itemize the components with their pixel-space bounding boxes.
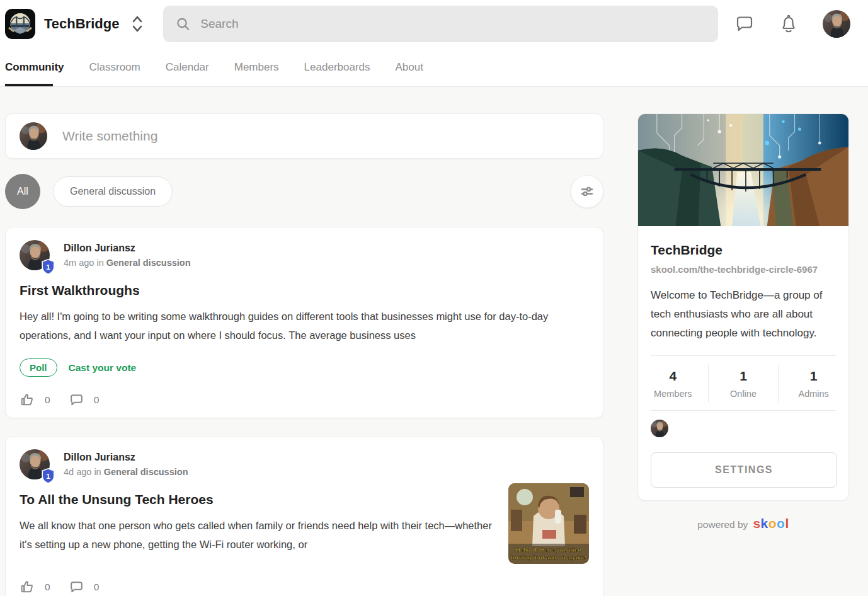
search-icon xyxy=(176,16,190,32)
community-stats: 4 Members 1 Online 1 Admins xyxy=(638,358,848,406)
admin-avatar[interactable] xyxy=(651,420,668,437)
community-info-card: TechBridge skool.com/the-techbridge-circ… xyxy=(637,113,849,501)
post-author[interactable]: Dillon Juriansz xyxy=(64,452,188,463)
thumbs-up-icon xyxy=(20,392,35,408)
tab-classroom[interactable]: Classroom xyxy=(89,61,140,86)
post-category[interactable]: General discussion xyxy=(104,467,188,477)
stat-admins: 1 Admins xyxy=(778,365,848,403)
filter-category-chip[interactable]: General discussion xyxy=(53,176,173,207)
search-input[interactable] xyxy=(200,17,705,31)
search-bar[interactable] xyxy=(163,6,718,42)
post-meta-connector: in xyxy=(94,467,101,477)
community-logo[interactable] xyxy=(5,9,35,39)
tab-members[interactable]: Members xyxy=(234,61,279,86)
post-composer[interactable]: Write something xyxy=(5,113,603,159)
settings-button[interactable]: SETTINGS xyxy=(651,452,837,488)
post-body: Hey all! I'm going to be writing some wa… xyxy=(20,307,589,345)
tab-community[interactable]: Community xyxy=(5,61,64,86)
user-avatar[interactable] xyxy=(823,10,850,38)
like-count: 0 xyxy=(45,582,50,593)
post-body: We all know that one person who gets cal… xyxy=(20,516,494,554)
top-bar: TechBridge xyxy=(0,0,868,48)
community-url[interactable]: skool.com/the-techbridge-circle-6967 xyxy=(651,264,836,275)
stat-online: 1 Online xyxy=(708,365,779,403)
stat-members: 4 Members xyxy=(638,365,708,403)
notifications-bell-icon[interactable] xyxy=(779,13,799,35)
level-badge xyxy=(42,259,55,275)
post-time: 4m ago xyxy=(64,258,94,268)
post-meta: 4m ago in General discussion xyxy=(64,258,191,268)
comments-button[interactable] xyxy=(69,579,84,595)
post-author[interactable]: Dillon Juriansz xyxy=(64,243,191,254)
comments-button[interactable] xyxy=(69,392,84,408)
like-button[interactable] xyxy=(20,579,35,595)
community-nav: Community Classroom Calendar Members Lea… xyxy=(0,48,868,86)
community-title: TechBridge xyxy=(651,243,836,258)
post-title[interactable]: First Walkthroughs xyxy=(20,283,589,298)
meme-caption-line1: Hello IT. Have you tried xyxy=(516,546,581,553)
level-badge xyxy=(42,468,55,484)
app-header: TechBridge Community xyxy=(0,0,868,87)
community-description: Welcome to TechBridge—a group of tech en… xyxy=(651,286,836,343)
post-thumbnail-image[interactable]: Hello IT. Have you tried turning it of a… xyxy=(508,483,589,564)
thumbs-up-icon xyxy=(20,579,35,595)
sort-filter-button[interactable] xyxy=(571,175,603,208)
post-category[interactable]: General discussion xyxy=(106,258,191,268)
post-title[interactable]: To All the Unsung Tech Heroes xyxy=(20,492,494,507)
post-meta-connector: in xyxy=(96,258,103,268)
poll-badge: Poll xyxy=(20,358,57,377)
community-name: TechBridge xyxy=(44,16,119,32)
chat-icon[interactable] xyxy=(734,14,755,34)
comment-count: 0 xyxy=(94,582,100,593)
comment-icon xyxy=(69,579,84,595)
divider xyxy=(651,355,836,356)
community-cover-image xyxy=(638,114,848,226)
post-card[interactable]: Dillon Juriansz 4m ago in General discus… xyxy=(5,227,603,418)
tab-about[interactable]: About xyxy=(396,61,423,86)
powered-by-text: powered by xyxy=(697,519,748,530)
feed-column: Write something All General discussion xyxy=(5,113,603,596)
skool-logo[interactable]: skool xyxy=(753,516,789,530)
filter-all-chip[interactable]: All xyxy=(5,174,40,209)
poll-cast-vote-link[interactable]: Cast your vote xyxy=(69,362,137,374)
user-avatar xyxy=(20,122,47,150)
filter-row: All General discussion xyxy=(5,174,603,209)
post-card[interactable]: Dillon Juriansz 4d ago in General discus… xyxy=(5,436,603,596)
meme-caption-line2: turning it of and on again? xyxy=(511,554,586,561)
powered-by: powered byskool xyxy=(637,516,849,531)
post-time: 4d ago xyxy=(64,467,91,477)
tab-calendar[interactable]: Calendar xyxy=(166,61,209,86)
comment-icon xyxy=(69,392,84,408)
composer-placeholder: Write something xyxy=(62,129,157,144)
like-count: 0 xyxy=(45,394,50,406)
tab-leaderboards[interactable]: Leaderboards xyxy=(304,61,370,86)
community-switcher-icon[interactable] xyxy=(130,14,144,33)
like-button[interactable] xyxy=(20,392,35,408)
tune-sliders-icon xyxy=(580,184,595,199)
comment-count: 0 xyxy=(94,394,100,406)
post-meta: 4d ago in General discussion xyxy=(64,467,188,477)
